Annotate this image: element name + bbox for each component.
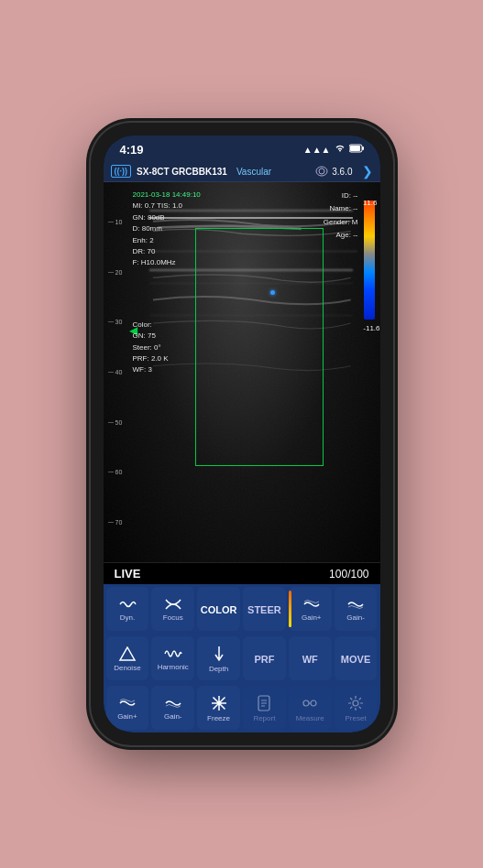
gain-divider <box>289 591 291 627</box>
doppler-dot <box>270 290 275 295</box>
version-text: 3.6.0 <box>332 167 352 177</box>
scale-tick-10: 10 <box>108 219 126 225</box>
focus-label: Focus <box>163 614 183 623</box>
report-icon <box>257 695 271 713</box>
overlay-mi: MI: 0.7 <box>133 201 155 210</box>
gain-minus-label: Gain- <box>346 614 365 623</box>
overlay-gender: Gender: M <box>324 216 358 229</box>
phone-shell: 4:19 ▲▲▲ ((·)) SX-8CT GRCBBK131 Vascular <box>91 123 393 745</box>
denoise-label: Denoise <box>114 665 140 673</box>
report-label: Report <box>253 715 275 723</box>
focus-icon <box>164 598 182 613</box>
overlay-gn: GN: 80dB <box>133 212 201 223</box>
frame-count: 100/100 <box>329 568 368 580</box>
gain-plus2-icon <box>118 697 137 711</box>
svg-point-15 <box>311 700 316 706</box>
overlay-datetime: 2021-03-18 14:49:10 <box>133 190 201 199</box>
wf-label: WF <box>302 654 318 665</box>
overlay-color-gn: GN: 75 <box>133 331 201 342</box>
gain-minus2-button[interactable]: Gain- <box>151 686 194 730</box>
wifi-icon <box>335 144 346 155</box>
svg-rect-1 <box>362 146 364 150</box>
overlay-steer: Steer: 0° <box>133 342 201 353</box>
overlay-age: Age: -- <box>324 229 358 242</box>
preset-label: Preset <box>346 715 367 723</box>
scan-area: 11.6 -11.6 10 20 30 40 50 60 70 ◀ 2021-0… <box>104 182 380 562</box>
status-icons: ▲▲▲ <box>303 144 364 155</box>
overlay-dr: DR: 70 <box>133 246 201 257</box>
header-version: 3.6.0 ❯ <box>315 164 372 179</box>
svg-point-17 <box>353 700 358 706</box>
button-grid-row1: Dyn. Focus COLOR STEER <box>104 584 380 634</box>
depth-scale: 10 20 30 40 50 60 70 <box>108 219 126 526</box>
color-bar-top: 11.6 <box>363 199 378 207</box>
button-grid-row2: Denoise Harmonic Depth PRF <box>104 634 380 683</box>
header-mode: Vascular <box>236 167 271 177</box>
dyn-button[interactable]: Dyn. <box>106 587 149 631</box>
header-logo: ((·)) <box>111 165 132 178</box>
overlay-right: ID: -- Name: -- Gender: M Age: -- <box>324 190 358 243</box>
svg-marker-4 <box>120 647 135 660</box>
steer-label: STEER <box>247 604 281 615</box>
freeze-label: Freeze <box>207 715 230 723</box>
dyn-label: Dyn. <box>120 614 135 623</box>
preset-button[interactable]: Preset <box>335 686 378 730</box>
overlay-wf: WF: 3 <box>133 364 201 375</box>
overlay-d: D: 80mm <box>133 223 201 234</box>
scale-tick-30: 30 <box>108 319 126 325</box>
freeze-button[interactable]: Freeze <box>197 686 240 730</box>
scale-tick-60: 60 <box>108 469 126 475</box>
overlay-id: ID: -- <box>324 190 358 202</box>
gain-plus-icon <box>302 598 321 613</box>
overlay-prf: PRF: 2.0 K <box>133 353 201 364</box>
freeze-icon <box>211 695 227 713</box>
move-label: MOVE <box>341 654 370 665</box>
gain-plus-button[interactable]: Gain+ <box>289 587 332 631</box>
gain-minus-icon <box>346 598 365 613</box>
steer-button[interactable]: STEER <box>243 587 286 631</box>
report-button[interactable]: Report <box>243 686 286 730</box>
overlay-enh: Enh: 2 <box>133 235 201 246</box>
dyn-icon <box>118 598 137 613</box>
depth-icon <box>212 646 226 664</box>
harmonic-icon <box>164 647 182 662</box>
scale-tick-20: 20 <box>108 269 126 276</box>
button-grid-row3: Gain+ Gain- <box>104 683 380 732</box>
color-button[interactable]: COLOR <box>197 587 240 631</box>
preset-icon <box>347 695 364 713</box>
scale-tick-70: 70 <box>108 519 126 526</box>
measure-button[interactable]: Measure <box>289 686 332 730</box>
sound-icon <box>315 165 328 178</box>
gain-plus2-button[interactable]: Gain+ <box>106 686 149 730</box>
move-button[interactable]: MOVE <box>335 636 378 680</box>
denoise-icon <box>118 646 137 663</box>
depth-button[interactable]: Depth <box>197 636 240 680</box>
back-button[interactable]: ❯ <box>362 164 373 179</box>
battery-icon <box>349 144 364 155</box>
color-bar-bottom: -11.6 <box>363 324 379 332</box>
focus-button[interactable]: Focus <box>151 587 194 631</box>
svg-rect-2 <box>350 146 360 151</box>
header-device: SX-8CT GRCBBK131 <box>137 167 227 177</box>
prf-button[interactable]: PRF <box>243 636 286 680</box>
scale-tick-50: 50 <box>108 419 126 426</box>
gain-minus2-icon <box>164 697 182 711</box>
gain-plus-label: Gain+ <box>302 614 322 623</box>
status-bottom: LIVE 100/100 <box>104 562 380 584</box>
overlay-f: F: H10.0MHz <box>133 257 201 268</box>
overlay-left: 2021-03-18 14:49:10 MI: 0.7 TIS: 1.0 GN:… <box>133 190 201 376</box>
depth-label: Depth <box>209 666 228 674</box>
roi-box <box>195 228 324 466</box>
wf-button[interactable]: WF <box>289 636 332 680</box>
gain-minus-button[interactable]: Gain- <box>335 587 378 631</box>
gain-minus2-label: Gain- <box>164 713 182 722</box>
overlay-tis: TIS: 1.0 <box>157 201 182 210</box>
harmonic-button[interactable]: Harmonic <box>151 636 194 680</box>
scale-tick-40: 40 <box>108 369 126 375</box>
signal-icon: ▲▲▲ <box>303 145 331 155</box>
color-bar <box>364 201 375 320</box>
overlay-color: Color: <box>133 320 201 331</box>
gain-plus2-label: Gain+ <box>117 713 137 722</box>
denoise-button[interactable]: Denoise <box>106 636 149 680</box>
status-time: 4:19 <box>120 143 144 157</box>
